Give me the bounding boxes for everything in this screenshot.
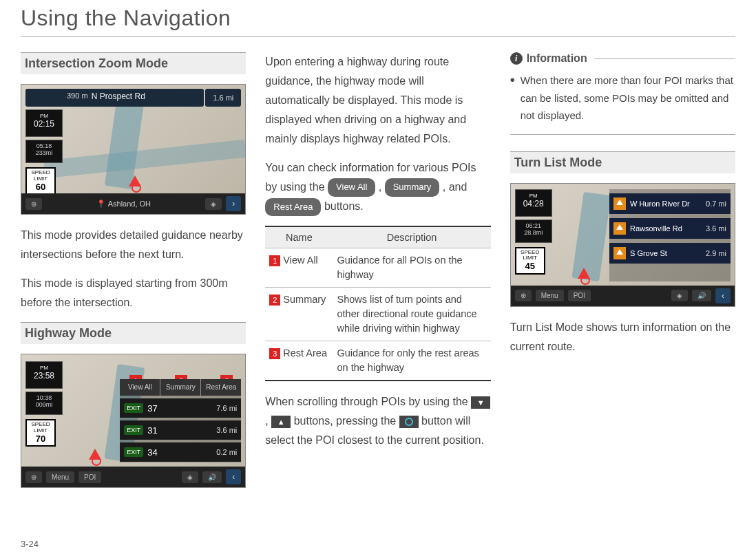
view-all-chip: View All (328, 178, 375, 197)
information-bullet: • When there are more than four POI mark… (510, 72, 735, 125)
screenshot-intersection-zoom: 390 m N Prospect Rd 1.6 mi PM02:15 05:18… (21, 84, 246, 215)
turn-icon (613, 222, 626, 235)
highway-row[interactable]: EXIT340.2 mi (120, 442, 241, 462)
guidance-distance: 390 m (67, 92, 88, 100)
eta: 06:2128.8mi (515, 220, 552, 243)
screenshot-turn-list: PM04:28 06:2128.8mi SPEED LIMIT45 W Huro… (510, 183, 735, 307)
turn-list-text: Turn List Mode shows turn information on… (510, 318, 735, 356)
turn-icon (613, 247, 626, 259)
clock: PM23:58 (25, 361, 63, 389)
poi-button[interactable]: POI (78, 471, 101, 483)
badge-3: 3 (269, 348, 280, 359)
divider (510, 134, 735, 135)
volume-icon: 🔊 (202, 471, 222, 483)
clock: PM02:15 (25, 109, 63, 137)
remaining-distance: 1.6 mi (205, 89, 241, 107)
eta: 05:18233mi (25, 140, 63, 163)
section-turn-list-mode: Turn List Mode (510, 151, 735, 173)
turn-list-row[interactable]: W Huron River Dr0.7 mi (609, 193, 731, 214)
location-label: 📍 Ashland, OH (46, 200, 201, 208)
column-3: i Information • When there are more than… (510, 52, 735, 499)
column-2: Upon entering a highway during route gui… (265, 52, 490, 499)
highway-intro-text: Upon entering a highway during route gui… (265, 52, 490, 149)
screenshot-highway-mode: 1 2 3 PM23:58 10:38009mi SPEED LIMIT70 V… (21, 354, 246, 488)
turn-list-row[interactable]: Rawsonville Rd3.6 mi (609, 218, 731, 239)
clock: PM04:28 (515, 189, 552, 217)
intersection-text-2: This mode is displayed starting from 300… (21, 274, 246, 312)
intersection-text-1: This mode provides detailed guidance nea… (21, 226, 246, 264)
table-header-name: Name (265, 226, 333, 248)
down-arrow-icon: ▼ (471, 396, 490, 409)
poi-button[interactable]: POI (568, 290, 591, 301)
turn-icon (613, 197, 626, 210)
up-arrow-icon: ▲ (271, 416, 291, 428)
highway-buttons-text: You can check information for various PO… (265, 158, 490, 216)
highway-poi-panel: View All Summary Rest Area EXIT377.6 mi … (120, 379, 241, 462)
page-title: Using the Navigation (21, 0, 735, 37)
table-row: 1View All Guidance for all POIs on the h… (265, 248, 490, 288)
vehicle-marker-icon (578, 268, 590, 279)
compass-icon: ◈ (671, 290, 688, 301)
highway-row[interactable]: EXIT377.6 mi (120, 398, 241, 418)
highway-buttons-table: Name Description 1View All Guidance for … (265, 226, 490, 381)
badge-1: 1 (269, 255, 280, 266)
zoom-icon: ⊕ (25, 198, 42, 210)
road-name: N Prospect Rd (92, 92, 145, 101)
eta: 10:38009mi (25, 392, 63, 415)
rest-area-chip: Rest Area (265, 198, 321, 217)
information-label: Information (527, 52, 587, 65)
collapse-icon: ‹ (226, 469, 241, 484)
summary-chip: Summary (385, 178, 440, 197)
zoom-icon: ⊕ (515, 290, 532, 301)
turn-list-panel: W Huron River Dr0.7 mi Rawsonville Rd3.6… (609, 189, 731, 281)
page-number: 3-24 (21, 539, 39, 549)
compass-icon: ◈ (182, 471, 198, 483)
menu-button[interactable]: Menu (536, 290, 564, 301)
table-row: 3Rest Area Guidance for only the rest ar… (265, 341, 490, 381)
vehicle-marker-icon (129, 175, 141, 186)
menu-button[interactable]: Menu (46, 471, 74, 483)
information-heading: i Information (510, 52, 735, 65)
volume-icon: 🔊 (692, 290, 711, 301)
column-1: Intersection Zoom Mode 390 m N Prospect … (21, 52, 246, 499)
section-highway-mode: Highway Mode (21, 322, 246, 344)
speed-limit: SPEED LIMIT60 (25, 167, 56, 195)
zoom-icon: ⊕ (25, 471, 42, 483)
collapse-icon: ‹ (715, 288, 731, 303)
section-intersection-zoom-mode: Intersection Zoom Mode (21, 52, 246, 74)
compass-icon: ◈ (205, 198, 222, 210)
vehicle-marker-icon (89, 449, 101, 460)
highway-row[interactable]: EXIT313.6 mi (120, 420, 241, 440)
tab-summary[interactable]: Summary (160, 379, 200, 396)
speed-limit: SPEED LIMIT45 (515, 247, 545, 275)
turn-list-row[interactable]: S Grove St2.9 mi (609, 243, 731, 264)
expand-icon: › (226, 196, 241, 211)
table-header-description: Description (333, 226, 491, 248)
info-icon: i (510, 52, 523, 65)
tab-view-all[interactable]: View All (120, 379, 160, 396)
target-icon (399, 416, 419, 428)
bullet-icon: • (510, 72, 515, 88)
table-row: 2Summary Shows list of turn points and o… (265, 288, 490, 341)
scroll-poi-text: When scrolling through POIs by using the… (265, 392, 490, 450)
badge-2: 2 (269, 295, 280, 306)
tab-rest-area[interactable]: Rest Area (201, 379, 241, 396)
main-columns: Intersection Zoom Mode 390 m N Prospect … (21, 52, 735, 499)
speed-limit: SPEED LIMIT70 (25, 419, 56, 447)
